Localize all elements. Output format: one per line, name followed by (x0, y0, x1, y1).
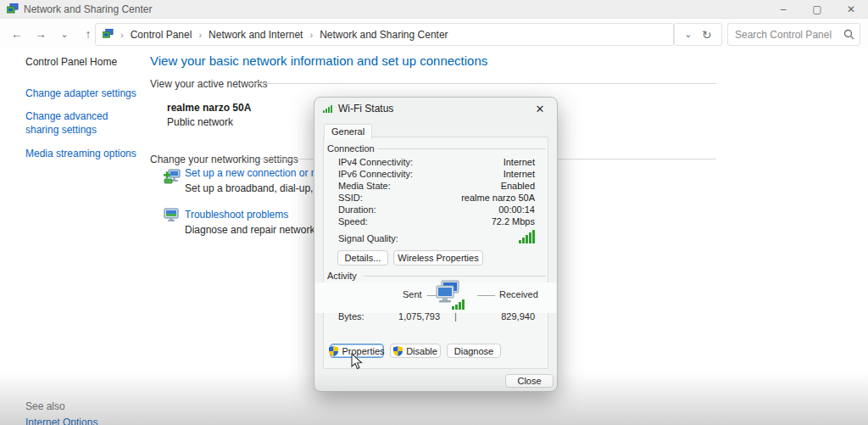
networking-settings-label: Change your networking settings (150, 154, 298, 165)
ipv4-value: Internet (504, 157, 535, 167)
recent-pages-icon[interactable]: ⌄ (54, 24, 75, 44)
search-box[interactable] (727, 23, 860, 46)
sidebar: Control Panel Home Change adapter settin… (25, 56, 140, 170)
network-name: realme narzo 50A (167, 102, 251, 114)
window-title: Network and Sharing Center (24, 3, 152, 15)
crumb-separator-icon: › (197, 30, 203, 40)
bytes-separator: | (454, 311, 457, 322)
toolbar: ← → ⌄ ↑ › Control Panel › Network and In… (0, 20, 868, 48)
search-icon[interactable] (843, 29, 854, 40)
sent-label: Sent (403, 289, 422, 299)
network-type: Public network (167, 116, 233, 128)
speed-label: Speed: (338, 216, 368, 226)
activity-group-label: Activity (327, 271, 357, 281)
sidebar-media-streaming-options[interactable]: Media streaming options (25, 147, 140, 160)
media-state-label: Media State: (338, 181, 391, 191)
uac-shield-icon (393, 346, 403, 356)
maximize-button[interactable]: ▢ (800, 0, 834, 19)
address-dropdown-icon[interactable]: ⌄ (684, 29, 692, 40)
duration-value: 00:00:14 (498, 204, 535, 215)
active-networks-label: View your active networks (150, 78, 268, 90)
group-divider (364, 276, 546, 277)
disable-button-label: Disable (406, 346, 437, 356)
signal-quality-icon (519, 230, 535, 243)
group-divider (378, 148, 546, 149)
close-window-button[interactable]: ✕ (834, 0, 868, 19)
close-button[interactable]: Close (505, 374, 554, 388)
bytes-label: Bytes: (338, 311, 364, 322)
received-label: Received (499, 289, 538, 299)
signal-quality-label: Signal Quality: (338, 233, 398, 243)
breadcrumb-network-sharing-center[interactable]: Network and Sharing Center (320, 29, 448, 41)
back-icon[interactable]: ← (7, 24, 27, 44)
crumb-separator-icon: › (308, 30, 314, 40)
dialog-title: Wi-Fi Status (338, 103, 531, 115)
network-app-icon-small (103, 29, 114, 40)
refresh-icon[interactable]: ↻ (702, 28, 712, 42)
breadcrumb[interactable]: › Control Panel › Network and Internet ›… (95, 23, 674, 46)
duration-label: Duration: (338, 204, 376, 215)
sidebar-control-panel-home[interactable]: Control Panel Home (25, 56, 140, 68)
network-app-icon (7, 3, 19, 15)
connection-group-label: Connection (327, 143, 375, 154)
wifi-status-dialog: Wi-Fi Status ✕ General Connection IPv4 C… (314, 97, 558, 392)
ssid-label: SSID: (338, 193, 363, 203)
crumb-separator-icon: › (119, 30, 125, 40)
search-input[interactable] (735, 29, 843, 41)
dash-decoration: —— (477, 289, 494, 299)
window-titlebar: Network and Sharing Center – ▢ ✕ (0, 0, 868, 19)
sidebar-internet-options[interactable]: Internet Options (25, 417, 97, 425)
media-state-value: Enabled (501, 181, 535, 191)
disable-button[interactable]: Disable (390, 344, 441, 358)
tab-general[interactable]: General (324, 124, 372, 139)
breadcrumb-network-and-internet[interactable]: Network and Internet (209, 29, 303, 41)
page-title: View your basic network information and … (150, 53, 487, 68)
activity-computers-icon (430, 279, 467, 313)
minimize-button[interactable]: – (766, 0, 800, 19)
sidebar-change-adapter-settings[interactable]: Change adapter settings (25, 87, 140, 100)
uac-shield-icon (329, 346, 338, 356)
breadcrumb-control-panel[interactable]: Control Panel (131, 29, 192, 41)
troubleshoot-icon (163, 207, 181, 226)
properties-button[interactable]: Properties (330, 344, 384, 358)
sidebar-change-advanced-sharing[interactable]: Change advanced sharing settings (25, 109, 140, 137)
bytes-sent-value: 1,075,793 (398, 311, 440, 322)
ipv6-value: Internet (504, 169, 535, 179)
bytes-received-value: 829,940 (501, 311, 535, 322)
wireless-properties-button[interactable]: Wireless Properties (393, 250, 483, 266)
dialog-close-icon[interactable]: ✕ (531, 103, 548, 115)
see-also-label: See also (25, 400, 65, 412)
wifi-signal-icon (323, 105, 332, 113)
section-divider (248, 83, 716, 84)
ipv6-label: IPv6 Connectivity: (338, 169, 413, 179)
new-connection-icon (163, 168, 181, 188)
forward-icon[interactable]: → (31, 24, 51, 44)
details-button[interactable]: Details... (337, 250, 388, 266)
speed-value: 72.2 Mbps (492, 216, 535, 226)
diagnose-button[interactable]: Diagnose (447, 344, 501, 358)
ssid-value: realme narzo 50A (461, 193, 535, 203)
properties-button-label: Properties (342, 346, 384, 356)
ipv4-label: IPv4 Connectivity: (338, 157, 413, 167)
